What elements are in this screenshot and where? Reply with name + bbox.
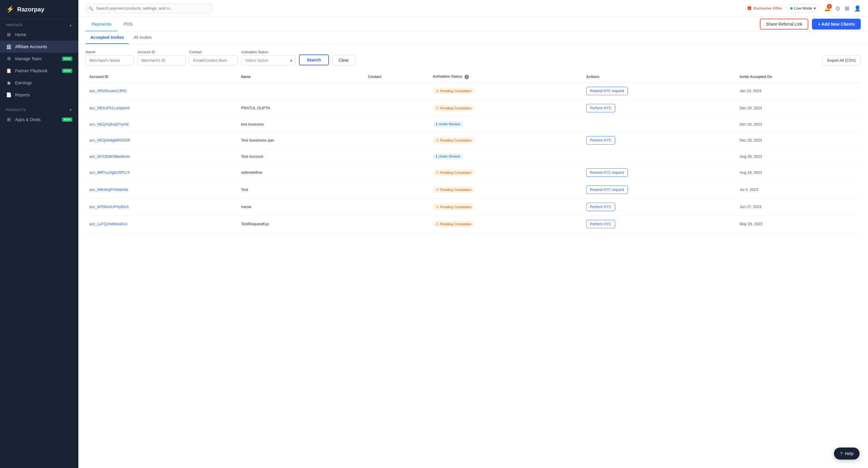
table-row: acc_NEXuFK1LwSpen0 PRATUL GUPTA ⚠ Pendin… [86, 99, 861, 116]
filter-name-input[interactable] [86, 56, 134, 65]
table-row: acc_M700xXUPHylDcA meow ⚠ Pending Comple… [86, 198, 861, 215]
account-id-link-6[interactable]: acc_M9n9rqPVWddAlb [89, 188, 128, 192]
add-new-clients-button[interactable]: + Add New Clients [812, 19, 861, 30]
help-button[interactable]: ? Help [834, 447, 860, 460]
profile-avatar[interactable]: 👤 [854, 5, 861, 12]
cell-action-7: Perform KYC [583, 198, 736, 215]
cell-name-6: Test [238, 181, 364, 198]
main-tabs-row: Payments POS Share Referral Link + Add N… [79, 17, 868, 31]
action-button-3[interactable]: Perform KYC [586, 136, 615, 144]
filter-contact-input[interactable] [189, 56, 238, 65]
cell-date-7: Jun 27, 2023 [736, 198, 861, 215]
cell-account-id-0: acc_NRztNuow1Cff4S [86, 82, 238, 99]
activation-status-info-icon[interactable]: i [464, 75, 469, 79]
sidebar-item-apps-deals[interactable]: ⊞ Apps & Deals NEW [0, 113, 79, 126]
export-button[interactable]: Export All (CSV) [822, 56, 861, 65]
live-mode-selector[interactable]: Live Mode ▾ [787, 4, 819, 12]
account-id-link-2[interactable]: acc_NEQXq9vqDYylAE [89, 122, 129, 127]
status-badge-3: ⚠ Pending Completion [433, 137, 475, 143]
account-id-link-7[interactable]: acc_M700xXUPHylDcA [89, 205, 129, 209]
sidebar-item-home[interactable]: ⊞ Home [0, 29, 79, 41]
status-badge-4: ℹ Under Review [433, 153, 463, 160]
filter-name-group: Name [86, 50, 134, 65]
activity-icon[interactable]: ⊙ [835, 5, 840, 12]
filter-status-select[interactable]: Select Option Pending Completion Under R… [241, 56, 296, 65]
action-button-7[interactable]: Perform KYC [586, 203, 615, 211]
search-button[interactable]: Search [299, 55, 329, 65]
cell-status-4: ℹ Under Review [429, 149, 583, 164]
clear-button[interactable]: Clear [333, 55, 355, 65]
col-account-id: Account ID [86, 71, 238, 82]
account-id-link-3[interactable]: acc_NEQl4d9gMRD5SR [89, 138, 130, 142]
notifications-button[interactable]: 🔔 3 [824, 5, 831, 12]
search-input[interactable] [86, 3, 212, 13]
action-button-6[interactable]: Resend KYC request [586, 186, 628, 194]
tab-pos[interactable]: POS [118, 17, 138, 31]
earnings-icon: ◉ [6, 80, 11, 86]
cell-contact-8 [364, 215, 429, 233]
account-id-link-0[interactable]: acc_NRztNuow1Cff4S [89, 89, 127, 93]
cell-date-5: Aug 18, 2023 [736, 164, 861, 181]
cell-action-8: Perform KYC [583, 215, 736, 233]
account-id-link-5[interactable]: acc_MRTuuXg8U5PCrX [89, 170, 130, 175]
account-id-link-8[interactable]: acc_LuFQ2hd8nksKnJ [89, 222, 127, 226]
cell-name-3: Test bussiness pan [238, 132, 364, 149]
manage-team-new-badge: NEW [62, 57, 73, 61]
partner-chevron-icon: ▲ [69, 23, 72, 27]
cell-name-4: Test Account [238, 149, 364, 164]
col-invite-accepted-on: Invite Accepted On [736, 71, 861, 82]
cell-account-id-1: acc_NEXuFK1LwSpen0 [86, 99, 238, 116]
partner-playbook-icon: 📋 [6, 68, 11, 73]
filter-name-label: Name [86, 50, 134, 54]
cell-name-7: meow [238, 198, 364, 215]
filter-contact-label: Contact [189, 50, 238, 54]
cell-status-0: ⚠ Pending Completion [429, 82, 583, 99]
cell-name-5: oldinviteflow [238, 164, 364, 181]
cell-date-0: Jan 23, 2024 [736, 82, 861, 99]
cell-account-id-2: acc_NEQXq9vqDYylAE [86, 116, 238, 132]
cell-contact-6 [364, 181, 429, 198]
col-activation-status: Activation Status i [429, 71, 583, 82]
search-bar[interactable]: 🔍 [86, 3, 212, 13]
table-row: acc_NEQl4d9gMRD5SR Test bussiness pan ⚠ … [86, 132, 861, 149]
sidebar-item-manage-team[interactable]: ⚙ Manage Team NEW [0, 53, 79, 65]
main-content: 🔍 🎁 Exclusive Offer Live Mode ▾ 🔔 3 ⊙ ⊞ … [79, 0, 868, 468]
live-mode-chevron-icon: ▾ [814, 6, 816, 10]
sidebar-item-partner-playbook[interactable]: 📋 Partner Playbook NEW [0, 65, 79, 77]
accounts-table: Account ID Name Contact Activation Statu… [86, 71, 861, 233]
action-button-5[interactable]: Resend KYC request [586, 168, 628, 177]
sidebar-item-affiliate-accounts[interactable]: 🏦 Affiliate Accounts [0, 41, 79, 53]
apps-grid-icon[interactable]: ⊞ [845, 5, 849, 12]
cell-contact-0 [364, 82, 429, 99]
cell-status-5: ⚠ Pending Completion [429, 164, 583, 181]
account-id-link-4[interactable]: acc_MVOEBKfl6keBmm [89, 155, 130, 159]
page-content: Payments POS Share Referral Link + Add N… [79, 17, 868, 468]
filter-status-label: Activation Status [241, 50, 296, 54]
razorpay-logo-text: Razorpay [17, 6, 44, 13]
cell-name-2: test business [238, 116, 364, 132]
cell-account-id-4: acc_MVOEBKfl6keBmm [86, 149, 238, 164]
invite-date-7: Jun 27, 2023 [740, 205, 761, 209]
cell-action-2 [583, 116, 736, 132]
table-body: acc_NRztNuow1Cff4S ⚠ Pending Completion … [86, 82, 861, 233]
share-referral-button[interactable]: Share Referral Link [760, 19, 808, 30]
tab-payments[interactable]: Payments [86, 17, 118, 31]
filter-account-id-input[interactable] [137, 56, 186, 65]
subtabs-row: Accepted Invites All Invites [79, 31, 868, 44]
action-button-1[interactable]: Perform KYC [586, 104, 615, 112]
action-button-0[interactable]: Resend KYC request [586, 87, 628, 95]
subtab-all-invites[interactable]: All Invites [129, 31, 156, 44]
table-row: acc_NEQXq9vqDYylAE test business ℹ Under… [86, 116, 861, 132]
account-id-link-1[interactable]: acc_NEXuFK1LwSpen0 [89, 106, 130, 110]
header-right: 🎁 Exclusive Offer Live Mode ▾ 🔔 3 ⊙ ⊞ 👤 [747, 4, 861, 12]
col-name: Name [238, 71, 364, 82]
action-button-8[interactable]: Perform KYC [586, 220, 615, 228]
exclusive-offer-button[interactable]: 🎁 Exclusive Offer [747, 6, 782, 10]
sidebar-partner-section: Partner ▲ [0, 19, 79, 29]
subtab-accepted-invites[interactable]: Accepted Invites [86, 31, 129, 44]
sidebar-item-reports[interactable]: 📄 Reports [0, 89, 79, 101]
status-icon-0: ⚠ [436, 89, 439, 93]
status-icon-1: ⚠ [436, 106, 439, 110]
table-header: Account ID Name Contact Activation Statu… [86, 71, 861, 82]
sidebar-item-earnings[interactable]: ◉ Earnings [0, 77, 79, 89]
